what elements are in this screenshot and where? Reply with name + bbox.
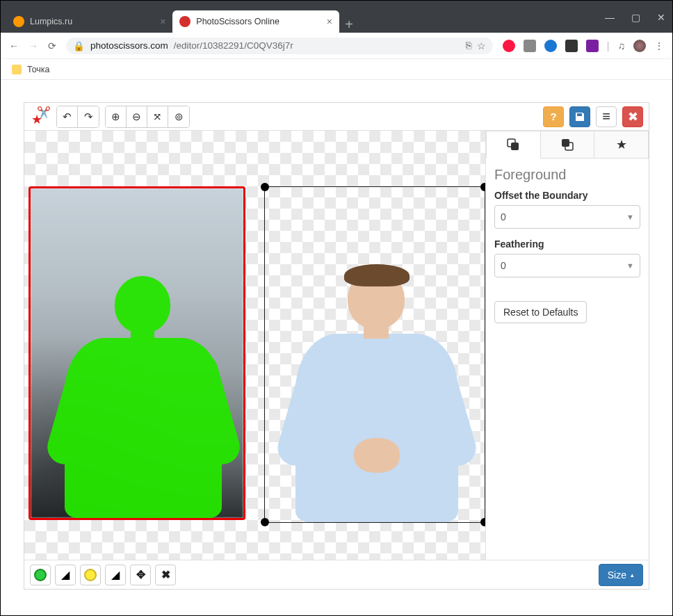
- zoom-reset-button[interactable]: ⊚: [168, 106, 189, 127]
- feather-label: Feathering: [494, 238, 640, 250]
- close-tab-icon[interactable]: ×: [160, 16, 165, 27]
- window-titlebar[interactable]: [1, 1, 672, 8]
- chevron-down-icon: ▼: [626, 213, 634, 221]
- minimize-button[interactable]: —: [605, 12, 615, 23]
- editor-canvas[interactable]: [24, 131, 486, 560]
- favicon-icon: [13, 16, 24, 27]
- browser-window: — ▢ ✕ Lumpics.ru × PhotoScissors Online …: [0, 0, 673, 616]
- browser-navbar: ← → ⟳ 🔒 photoscissors.com/editor/1038229…: [1, 33, 672, 59]
- tab-foreground[interactable]: [486, 131, 541, 159]
- crop-handle-icon[interactable]: [261, 183, 269, 191]
- media-playlist-icon[interactable]: ♫: [618, 40, 626, 51]
- favicon-icon: [179, 16, 190, 27]
- close-window-button[interactable]: ✕: [657, 12, 665, 23]
- layers-back-icon: [560, 138, 574, 152]
- crop-handle-icon[interactable]: [261, 518, 269, 526]
- close-editor-button[interactable]: ✖: [622, 106, 643, 127]
- panel-tabs: ★: [486, 131, 649, 159]
- bookmark-folder-icon: [12, 65, 22, 74]
- foreground-mask-overlay: [65, 281, 222, 518]
- tab-lumpics[interactable]: Lumpics.ru ×: [6, 10, 172, 33]
- zoom-in-button[interactable]: ⊕: [106, 106, 127, 127]
- feather-value: 0: [501, 260, 506, 271]
- close-tab-icon[interactable]: ×: [327, 16, 332, 27]
- result-image-panel[interactable]: [264, 186, 485, 523]
- mark-background-button[interactable]: [80, 565, 101, 585]
- clear-tool-button[interactable]: ✖: [155, 565, 176, 585]
- svg-rect-1: [511, 143, 519, 150]
- crop-handle-icon[interactable]: [480, 518, 486, 526]
- erase-background-button[interactable]: ◢: [105, 565, 126, 585]
- eraser-icon: ◢: [61, 568, 70, 581]
- layers-front-icon: [506, 138, 520, 152]
- zoom-fit-button[interactable]: ⤧: [147, 106, 168, 127]
- yellow-marker-icon: [84, 569, 97, 581]
- new-tab-button[interactable]: +: [339, 17, 359, 33]
- tab-title: Lumpics.ru: [30, 17, 72, 26]
- tab-background[interactable]: [541, 131, 595, 159]
- extension-globe-icon[interactable]: [544, 40, 557, 52]
- help-button[interactable]: ?: [543, 106, 564, 127]
- bookmark-item[interactable]: Точка: [27, 65, 50, 74]
- offset-label: Offset the Boundary: [494, 190, 640, 201]
- undo-button[interactable]: ↶: [57, 106, 78, 127]
- extension-lastfm-icon[interactable]: [524, 40, 536, 52]
- url-path: /editor/10382291/C0QV36j7r: [174, 40, 293, 51]
- panel-heading: Foreground: [494, 167, 640, 183]
- menu-button[interactable]: ≡: [596, 106, 617, 127]
- app-toolbar: ✂️★ ↶ ↷ ⊕ ⊖ ⤧ ⊚ ? ≡ ✖: [24, 103, 649, 131]
- crop-handle-icon[interactable]: [480, 183, 486, 191]
- tab-favorites[interactable]: ★: [594, 131, 649, 159]
- zoom-group: ⊕ ⊖ ⤧ ⊚: [105, 106, 190, 128]
- reload-button[interactable]: ⟳: [48, 40, 56, 51]
- extension-tray: | ♫ ⋮: [503, 40, 664, 52]
- tab-photoscissors[interactable]: PhotoScissors Online ×: [172, 10, 339, 33]
- extension-opera-icon[interactable]: [503, 40, 515, 52]
- green-marker-icon: [34, 569, 47, 581]
- save-button[interactable]: [569, 106, 590, 127]
- maximize-button[interactable]: ▢: [631, 12, 640, 23]
- size-label: Size: [608, 569, 626, 581]
- move-tool-button[interactable]: ✥: [130, 565, 151, 585]
- source-image-panel[interactable]: [29, 186, 245, 520]
- history-group: ↶ ↷: [56, 106, 99, 128]
- url-domain: photoscissors.com: [90, 40, 168, 51]
- profile-avatar-icon[interactable]: [633, 40, 646, 52]
- feather-select[interactable]: 0 ▼: [494, 254, 640, 277]
- extension-box-icon[interactable]: [565, 40, 578, 52]
- lock-icon: 🔒: [73, 40, 85, 51]
- cutout-person: [295, 274, 458, 522]
- window-controls: — ▢ ✕: [605, 12, 665, 23]
- address-bar[interactable]: 🔒 photoscissors.com/editor/10382291/C0QV…: [66, 38, 493, 54]
- chevron-down-icon: ▼: [626, 261, 634, 270]
- app-logo-icon: ✂️★: [30, 106, 51, 127]
- mark-foreground-button[interactable]: [30, 565, 51, 585]
- properties-panel: ★ Foreground Offset the Boundary 0 ▼ Fea…: [486, 131, 649, 560]
- browser-menu-icon[interactable]: ⋮: [654, 40, 664, 51]
- photoscissors-app: ✂️★ ↶ ↷ ⊕ ⊖ ⤧ ⊚ ? ≡ ✖: [24, 102, 649, 590]
- forward-button[interactable]: →: [29, 40, 38, 51]
- bookmark-star-icon[interactable]: ☆: [477, 40, 486, 51]
- caret-up-icon: ▴: [631, 572, 634, 578]
- brush-size-button[interactable]: Size ▴: [599, 564, 643, 586]
- translate-icon[interactable]: ⎘: [466, 40, 471, 51]
- redo-button[interactable]: ↷: [78, 106, 99, 127]
- offset-select[interactable]: 0 ▼: [494, 205, 640, 229]
- star-icon: ★: [616, 137, 627, 152]
- eraser-icon: ◢: [111, 568, 120, 581]
- reset-defaults-button[interactable]: Reset to Defaults: [494, 301, 587, 323]
- extension-adblock-icon[interactable]: [586, 40, 599, 52]
- app-body: ★ Foreground Offset the Boundary 0 ▼ Fea…: [24, 131, 649, 560]
- zoom-out-button[interactable]: ⊖: [127, 106, 147, 127]
- back-button[interactable]: ←: [9, 40, 19, 51]
- offset-value: 0: [501, 211, 506, 222]
- browser-tabbar: Lumpics.ru × PhotoScissors Online × +: [1, 8, 672, 33]
- app-bottombar: ◢ ◢ ✥ ✖ Size ▴: [24, 560, 649, 589]
- tab-title: PhotoScissors Online: [196, 17, 279, 26]
- bookmarks-bar: Точка: [1, 59, 672, 80]
- panel-body: Foreground Offset the Boundary 0 ▼ Feath…: [486, 159, 649, 329]
- erase-foreground-button[interactable]: ◢: [55, 565, 76, 585]
